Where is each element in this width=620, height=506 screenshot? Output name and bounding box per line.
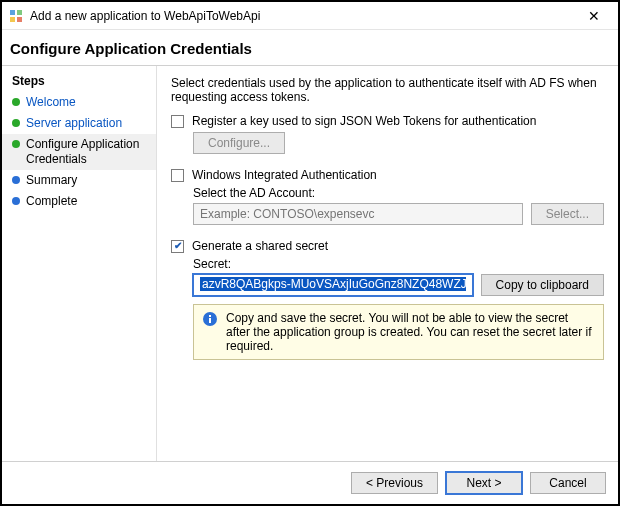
win-auth-checkbox[interactable] <box>171 169 184 182</box>
ad-account-sublabel: Select the AD Account: <box>193 186 604 200</box>
step-label: Configure Application Credentials <box>26 137 148 167</box>
shared-secret-label: Generate a shared secret <box>192 239 328 253</box>
ad-account-row: Select... <box>193 203 604 225</box>
step-bullet-icon <box>12 197 20 205</box>
previous-button[interactable]: < Previous <box>351 472 438 494</box>
step-bullet-icon <box>12 119 20 127</box>
select-button: Select... <box>531 203 604 225</box>
step-summary[interactable]: Summary <box>2 170 156 191</box>
step-bullet-icon <box>12 98 20 106</box>
next-button[interactable]: Next > <box>446 472 522 494</box>
register-key-label: Register a key used to sign JSON Web Tok… <box>192 114 536 128</box>
titlebar: Add a new application to WebApiToWebApi … <box>2 2 618 30</box>
register-key-row: Register a key used to sign JSON Web Tok… <box>171 114 604 128</box>
secret-notice: Copy and save the secret. You will not b… <box>193 304 604 360</box>
intro-text: Select credentials used by the applicati… <box>171 76 604 104</box>
secret-notice-text: Copy and save the secret. You will not b… <box>226 311 595 353</box>
secret-row: azvR8QABgkps-MUoVSAxjIuGoGnz8NZQ48WZJboj… <box>193 274 604 296</box>
svg-rect-0 <box>10 10 15 15</box>
app-icon <box>8 8 24 24</box>
win-auth-label: Windows Integrated Authentication <box>192 168 377 182</box>
svg-rect-5 <box>209 318 211 323</box>
footer: < Previous Next > Cancel <box>2 461 618 504</box>
info-icon <box>202 311 218 327</box>
window-title: Add a new application to WebApiToWebApi <box>30 9 576 23</box>
step-label: Server application <box>26 116 122 131</box>
win-auth-row: Windows Integrated Authentication <box>171 168 604 182</box>
step-label: Welcome <box>26 95 76 110</box>
shared-secret-checkbox[interactable] <box>171 240 184 253</box>
content-pane: Select credentials used by the applicati… <box>157 66 618 461</box>
register-key-checkbox[interactable] <box>171 115 184 128</box>
step-welcome[interactable]: Welcome <box>2 92 156 113</box>
svg-rect-6 <box>209 315 211 317</box>
steps-sidebar: Steps Welcome Server application Configu… <box>2 66 157 461</box>
svg-rect-2 <box>10 17 15 22</box>
svg-rect-3 <box>17 17 22 22</box>
copy-to-clipboard-button[interactable]: Copy to clipboard <box>481 274 604 296</box>
secret-input[interactable]: azvR8QABgkps-MUoVSAxjIuGoGnz8NZQ48WZJboj <box>193 274 473 296</box>
step-server-application[interactable]: Server application <box>2 113 156 134</box>
ad-account-input <box>193 203 523 225</box>
steps-title: Steps <box>2 72 156 92</box>
step-label: Summary <box>26 173 77 188</box>
body: Steps Welcome Server application Configu… <box>2 66 618 461</box>
wizard-window: Add a new application to WebApiToWebApi … <box>0 0 620 506</box>
step-complete[interactable]: Complete <box>2 191 156 212</box>
secret-value: azvR8QABgkps-MUoVSAxjIuGoGnz8NZQ48WZJboj <box>200 277 466 291</box>
shared-secret-row: Generate a shared secret <box>171 239 604 253</box>
step-bullet-icon <box>12 140 20 148</box>
heading-row: Configure Application Credentials <box>2 30 618 65</box>
step-label: Complete <box>26 194 77 209</box>
cancel-button[interactable]: Cancel <box>530 472 606 494</box>
step-configure-credentials[interactable]: Configure Application Credentials <box>2 134 156 170</box>
close-button[interactable]: ✕ <box>576 2 612 29</box>
configure-button: Configure... <box>193 132 285 154</box>
page-heading: Configure Application Credentials <box>10 40 606 57</box>
svg-rect-1 <box>17 10 22 15</box>
secret-sublabel: Secret: <box>193 257 604 271</box>
step-bullet-icon <box>12 176 20 184</box>
